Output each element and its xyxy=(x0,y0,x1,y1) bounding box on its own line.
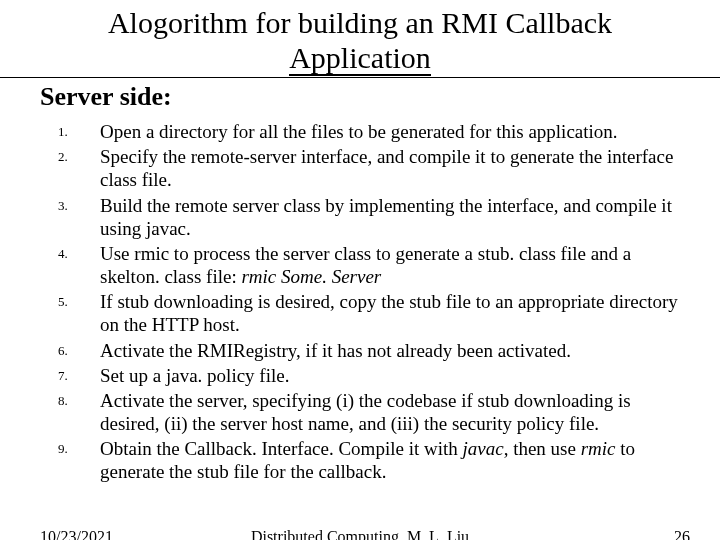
slide-title: Alogorithm for building an RMI Callback … xyxy=(0,0,720,75)
slide: Alogorithm for building an RMI Callback … xyxy=(0,0,720,540)
section-heading: Server side: xyxy=(0,78,720,112)
list-item: Obtain the Callback. Interface. Compile … xyxy=(100,437,690,483)
list-item: Open a directory for all the files to be… xyxy=(100,120,690,143)
title-line-1: Alogorithm for building an RMI Callback xyxy=(108,6,612,39)
steps-list: Open a directory for all the files to be… xyxy=(0,120,720,484)
list-item: Activate the RMIRegistry, if it has not … xyxy=(100,339,690,362)
list-item: Build the remote server class by impleme… xyxy=(100,194,690,240)
footer-page: 26 xyxy=(674,528,690,540)
title-line-2: Application xyxy=(289,41,431,76)
list-item: If stub downloading is desired, copy the… xyxy=(100,290,690,336)
list-item: Set up a java. policy file. xyxy=(100,364,690,387)
list-item: Use rmic to process the server class to … xyxy=(100,242,690,288)
list-item: Specify the remote-server interface, and… xyxy=(100,145,690,191)
footer-center: Distributed Computing, M. L. Liu xyxy=(0,528,720,540)
list-item: Activate the server, specifying (i) the … xyxy=(100,389,690,435)
